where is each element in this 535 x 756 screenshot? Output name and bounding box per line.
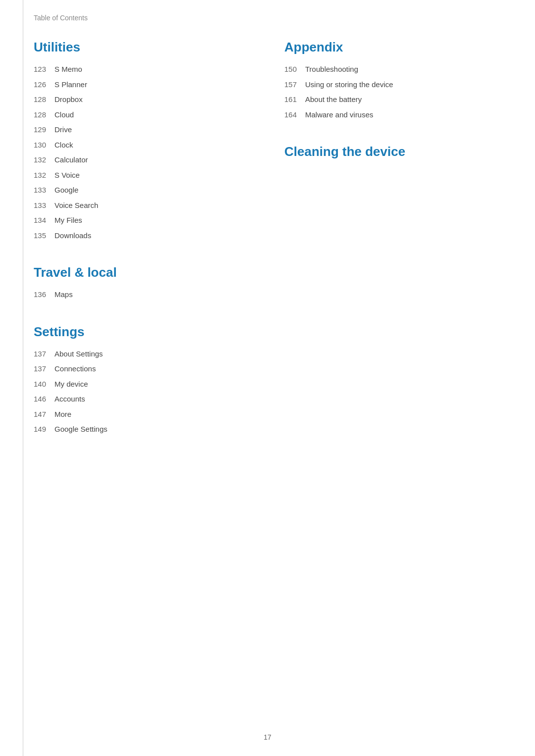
- toc-number: 135: [34, 230, 54, 242]
- toc-number: 164: [284, 109, 305, 121]
- section-title-cleaning: Cleaning the device: [284, 144, 505, 159]
- section-title-utilities: Utilities: [34, 40, 255, 55]
- section-title-appendix: Appendix: [284, 40, 505, 55]
- toc-item: 132Calculator: [34, 154, 255, 166]
- toc-label: More: [54, 409, 71, 420]
- toc-number: 136: [34, 289, 54, 301]
- toc-item: 146Accounts: [34, 394, 255, 405]
- content-area: Utilities123S Memo126S Planner128Dropbox…: [34, 40, 505, 459]
- toc-item: 140My device: [34, 379, 255, 390]
- toc-label: Clock: [54, 140, 73, 151]
- toc-number: 128: [34, 94, 54, 105]
- toc-label: About Settings: [54, 349, 103, 360]
- section-title-settings: Settings: [34, 324, 255, 340]
- toc-label: Using or storing the device: [305, 79, 393, 91]
- toc-label: Connections: [54, 363, 96, 375]
- toc-label: Accounts: [54, 394, 85, 405]
- toc-item: 147More: [34, 409, 255, 420]
- toc-item: 161About the battery: [284, 94, 505, 105]
- toc-item: 132S Voice: [34, 170, 255, 181]
- toc-item: 137Connections: [34, 363, 255, 375]
- toc-item: 136Maps: [34, 289, 255, 301]
- toc-label: About the battery: [305, 94, 362, 105]
- toc-item: 164Malware and viruses: [284, 109, 505, 121]
- toc-number: 126: [34, 79, 54, 91]
- toc-number: 133: [34, 185, 54, 196]
- section-travel-local: Travel & local136Maps: [34, 265, 255, 301]
- toc-label: My device: [54, 379, 88, 390]
- section-utilities: Utilities123S Memo126S Planner128Dropbox…: [34, 40, 255, 241]
- toc-label: S Planner: [54, 79, 87, 91]
- toc-label: Calculator: [54, 154, 88, 166]
- toc-label: S Memo: [54, 64, 82, 75]
- toc-label: Downloads: [54, 230, 91, 242]
- section-settings: Settings137About Settings137Connections1…: [34, 324, 255, 435]
- toc-item: 150Troubleshooting: [284, 64, 505, 75]
- toc-label: Dropbox: [54, 94, 83, 105]
- toc-label: Google Settings: [54, 424, 107, 435]
- toc-item: 128Dropbox: [34, 94, 255, 105]
- toc-number: 133: [34, 200, 54, 211]
- toc-label: Google: [54, 185, 78, 196]
- toc-number: 146: [34, 394, 54, 405]
- left-column: Utilities123S Memo126S Planner128Dropbox…: [34, 40, 274, 459]
- toc-label: Drive: [54, 124, 72, 136]
- toc-number: 150: [284, 64, 305, 75]
- page-number: 17: [0, 733, 535, 741]
- toc-number: 132: [34, 170, 54, 181]
- toc-label: Voice Search: [54, 200, 98, 211]
- toc-number: 132: [34, 154, 54, 166]
- toc-item: 126S Planner: [34, 79, 255, 91]
- section-cleaning: Cleaning the device: [284, 144, 505, 159]
- toc-label: Malware and viruses: [305, 109, 374, 121]
- left-border: [23, 0, 23, 756]
- toc-item: 137About Settings: [34, 349, 255, 360]
- toc-item: 135Downloads: [34, 230, 255, 242]
- toc-label: Cloud: [54, 109, 74, 121]
- toc-number: 137: [34, 349, 54, 360]
- toc-item: 157Using or storing the device: [284, 79, 505, 91]
- toc-number: 157: [284, 79, 305, 91]
- toc-number: 137: [34, 363, 54, 375]
- toc-item: 133Google: [34, 185, 255, 196]
- toc-number: 129: [34, 124, 54, 136]
- section-appendix: Appendix150Troubleshooting157Using or st…: [284, 40, 505, 120]
- toc-item: 133Voice Search: [34, 200, 255, 211]
- section-title-travel-local: Travel & local: [34, 265, 255, 280]
- toc-number: 149: [34, 424, 54, 435]
- toc-label: Maps: [54, 289, 73, 301]
- toc-number: 128: [34, 109, 54, 121]
- toc-number: 161: [284, 94, 305, 105]
- toc-label: My Files: [54, 215, 82, 226]
- toc-number: 123: [34, 64, 54, 75]
- toc-number: 134: [34, 215, 54, 226]
- toc-label: S Voice: [54, 170, 80, 181]
- toc-item: 134My Files: [34, 215, 255, 226]
- toc-number: 130: [34, 140, 54, 151]
- toc-item: 129Drive: [34, 124, 255, 136]
- toc-number: 147: [34, 409, 54, 420]
- right-column: Appendix150Troubleshooting157Using or st…: [274, 40, 505, 459]
- toc-item: 149Google Settings: [34, 424, 255, 435]
- toc-label: Troubleshooting: [305, 64, 358, 75]
- toc-number: 140: [34, 379, 54, 390]
- toc-item: 130Clock: [34, 140, 255, 151]
- header-label: Table of Contents: [34, 14, 88, 22]
- toc-item: 128Cloud: [34, 109, 255, 121]
- toc-item: 123S Memo: [34, 64, 255, 75]
